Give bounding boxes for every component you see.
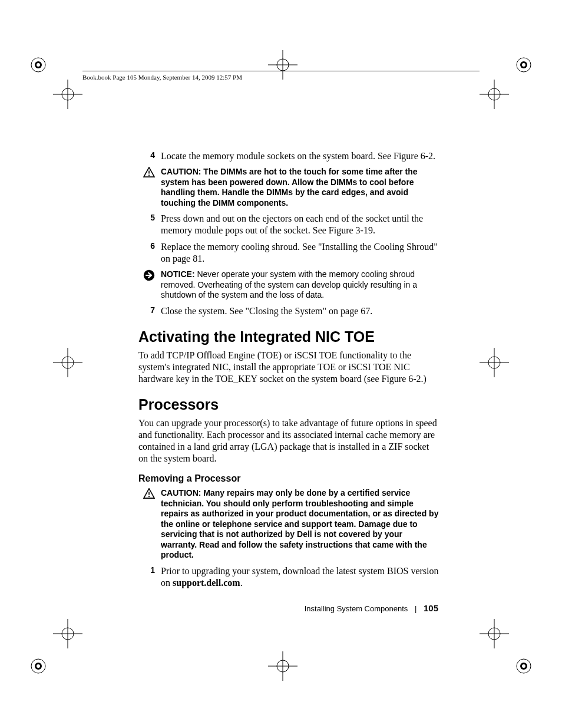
crop-mark-icon [509, 50, 538, 80]
svg-point-37 [148, 174, 150, 176]
caution-icon [138, 488, 161, 561]
caution-label: CAUTION: [161, 167, 201, 176]
page-number: 105 [424, 603, 438, 613]
step-number: 5 [138, 213, 161, 236]
crop-mark-icon [53, 619, 82, 648]
step-item: 6 Replace the memory cooling shroud. See… [138, 241, 439, 265]
step-text: Locate the memory module sockets on the … [161, 150, 439, 162]
step-item: 1 Prior to upgrading your system, downlo… [138, 565, 439, 589]
crop-mark-icon [53, 80, 82, 109]
caution-icon [138, 167, 161, 208]
running-head: Book.book Page 105 Monday, September 14,… [82, 71, 480, 81]
step-text: Replace the memory cooling shroud. See "… [161, 241, 439, 265]
step-text: Close the system. See "Closing the Syste… [161, 305, 439, 317]
step-number: 7 [138, 305, 161, 317]
subheading-removing-processor: Removing a Processor [138, 473, 439, 485]
crop-mark-icon [53, 348, 82, 377]
crop-mark-icon [509, 651, 538, 681]
heading-processors: Processors [138, 396, 439, 414]
paragraph: To add TCP/IP Offload Engine (TOE) or iS… [138, 350, 439, 385]
step-number: 4 [138, 150, 161, 162]
svg-point-8 [37, 664, 40, 668]
notice-block: NOTICE: Never operate your system with t… [138, 269, 439, 301]
svg-point-5 [522, 63, 525, 67]
svg-point-2 [37, 63, 40, 67]
crop-mark-icon [480, 619, 509, 648]
page-footer: Installing System Components | 105 [305, 603, 438, 613]
svg-point-11 [522, 664, 525, 668]
support-site: support.dell.com [173, 578, 240, 588]
svg-point-40 [148, 496, 150, 497]
notice-body: Never operate your system with the memor… [161, 269, 417, 299]
step-text: Prior to upgrading your system, download… [161, 565, 439, 589]
notice-text: NOTICE: Never operate your system with t… [161, 269, 439, 301]
step-item: 7 Close the system. See "Closing the Sys… [138, 305, 439, 317]
notice-icon [138, 269, 161, 301]
caution-block: CAUTION: Many repairs may only be done b… [138, 488, 439, 561]
step-item: 5 Press down and out on the ejectors on … [138, 213, 439, 236]
caution-block: CAUTION: The DIMMs are hot to the touch … [138, 167, 439, 208]
step-text-post: . [240, 578, 243, 588]
crop-mark-icon [480, 80, 509, 109]
page: Book.book Page 105 Monday, September 14,… [0, 0, 562, 728]
footer-section: Installing System Components [305, 604, 408, 613]
running-head-text: Book.book Page 105 Monday, September 14,… [82, 74, 242, 81]
page-content: 4 Locate the memory module sockets on th… [138, 150, 439, 594]
caution-body: Many repairs may only be done by a certi… [161, 488, 438, 559]
step-number: 6 [138, 241, 161, 265]
footer-separator: | [415, 604, 416, 613]
caution-text: CAUTION: The DIMMs are hot to the touch … [161, 167, 439, 208]
caution-text: CAUTION: Many repairs may only be done b… [161, 488, 439, 561]
caution-label: CAUTION: [161, 488, 201, 498]
crop-mark-icon [24, 651, 53, 681]
crop-mark-icon [24, 50, 53, 80]
step-item: 4 Locate the memory module sockets on th… [138, 150, 439, 162]
crop-mark-icon [480, 348, 509, 377]
step-number: 1 [138, 565, 161, 589]
step-text: Press down and out on the ejectors on ea… [161, 213, 439, 236]
heading-activating-nic-toe: Activating the Integrated NIC TOE [138, 328, 439, 346]
crop-mark-icon [268, 651, 297, 681]
notice-label: NOTICE: [161, 269, 195, 279]
paragraph: You can upgrade your processor(s) to tak… [138, 417, 439, 465]
